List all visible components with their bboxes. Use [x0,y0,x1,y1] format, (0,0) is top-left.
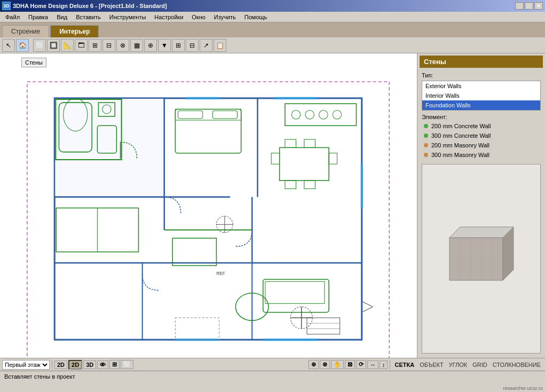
svg-line-53 [362,301,373,307]
tool-3[interactable]: 📐 [61,39,74,52]
main-layout: Стены [0,53,545,358]
view-3d-button[interactable]: 3D [83,360,96,369]
tool-wall[interactable]: 🏠 [16,39,29,52]
status-grid2[interactable]: GRID [470,362,489,368]
titlebar-left: 3D 3DHA Home Design Deluxe 6 - [Project1… [2,2,167,10]
tool-8[interactable]: ▦ [130,39,143,52]
right-panel: Стены Тип: Exterior Walls Interior Walls… [417,53,545,358]
view-2d-button[interactable]: 2D [54,360,67,369]
status-grid[interactable]: СЕТКА [392,362,416,368]
svg-marker-59 [449,227,514,238]
menu-window[interactable]: Окно [187,13,210,21]
type-foundation[interactable]: Foundation Walls [422,100,540,110]
sep-2 [390,360,390,370]
view-render-button[interactable]: 👁 [97,360,108,369]
minimize-button[interactable]: _ [515,2,524,10]
tool-select[interactable]: ↖ [2,39,15,52]
element-label-300-masonry: 300 mm Masonry Wall [431,152,489,158]
floor-select[interactable]: Первый этаж [2,360,50,370]
canvas-area[interactable]: Стены [0,53,417,358]
svg-line-54 [362,307,373,312]
element-dot-1 [424,124,428,128]
nav-4[interactable]: ⊠ [345,360,355,369]
watermark: researcher.ucoz.ru [503,386,543,391]
tool-2[interactable]: 🔲 [47,39,60,52]
tool-11[interactable]: ⊞ [172,39,185,52]
nav-1[interactable]: ⊕ [309,360,319,369]
nav-2[interactable]: ⊗ [320,360,330,369]
element-300-concrete[interactable]: 300 mm Concrete Wall [422,131,541,140]
nav-7[interactable]: ↕ [380,360,388,369]
menu-tools[interactable]: Инструменты [105,13,151,21]
tool-4[interactable]: 🗔 [75,39,88,52]
svg-text:REF: REF [216,271,225,276]
tool-14[interactable]: 📋 [214,39,226,52]
status-collision[interactable]: СТОЛКНОВЕНИЕ [491,362,543,368]
type-exterior[interactable]: Exterior Walls [422,81,540,91]
tab-stroenie[interactable]: Строение [2,25,49,37]
status-angle[interactable]: УГЛОК [447,362,470,368]
tool-13[interactable]: ↗ [200,39,212,52]
nav-6[interactable]: ↔ [367,360,378,369]
menu-settings[interactable]: Настройки [150,13,187,21]
element-dot-4 [424,153,428,157]
menubar: Файл Правка Вид Вставить Инструменты Нас… [0,12,545,22]
tool-9[interactable]: ⊕ [144,39,157,52]
menu-file[interactable]: Файл [1,13,24,21]
titlebar-controls[interactable]: _ □ ✕ [515,2,543,10]
menu-edit[interactable]: Правка [24,13,52,21]
view-2d-alt-button[interactable]: 2D [68,360,82,370]
tab-interer[interactable]: Интерьер [50,25,99,37]
titlebar: 3D 3DHA Home Design Deluxe 6 - [Project1… [0,0,545,12]
menu-help[interactable]: Помощь [240,13,272,21]
tabbar: Строение Интерьер [0,22,545,37]
element-200-masonry[interactable]: 200 mm Masonry Wall [422,140,541,150]
tool-7[interactable]: ⊗ [116,39,129,52]
statusbar: Первый этаж 2D 2D 3D 👁 ⊞ ⬜ ⊕ ⊗ ✋ ⊠ ⟳ ↔ ↕… [0,358,545,371]
tool-12[interactable]: ⊟ [186,39,199,52]
element-list: 200 mm Concrete Wall 300 mm Concrete Wal… [422,121,541,160]
nav-5[interactable]: ⟳ [356,360,366,369]
floor-plan: REF [11,64,406,358]
element-300-masonry[interactable]: 300 mm Masonry Wall [422,150,541,160]
nav-3[interactable]: ✋ [331,360,344,369]
app-icon: 3D [2,2,11,10]
menu-learn[interactable]: Изучить [210,13,240,21]
close-button[interactable]: ✕ [534,2,543,10]
sep-1 [52,360,52,370]
window-title: 3DHA Home Design Deluxe 6 - [Project1.bl… [13,3,167,9]
type-list: Exterior Walls Interior Walls Foundation… [422,81,541,111]
maximize-button[interactable]: □ [525,2,533,10]
tool-5[interactable]: ⊞ [89,39,101,52]
panel-title: Стены [420,56,543,68]
menu-insert[interactable]: Вставить [72,13,105,21]
info-text: Вставляет стены в проект [4,373,75,380]
element-label-200-concrete: 200 mm Concrete Wall [431,123,491,129]
element-dot-3 [424,143,428,147]
element-label-300-concrete: 300 mm Concrete Wall [431,132,491,139]
element-label-200-masonry: 200 mm Masonry Wall [431,142,489,148]
view-solid-button[interactable]: ⬜ [121,360,133,369]
toolbar: ↖ 🏠 ⬜ 🔲 📐 🗔 ⊞ ⊟ ⊗ ▦ ⊕ ▼ ⊞ ⊟ ↗ 📋 [0,37,545,53]
tool-10[interactable]: ▼ [158,39,171,52]
menu-view[interactable]: Вид [52,13,72,21]
wall-preview-svg [439,222,524,296]
element-200-concrete[interactable]: 200 mm Concrete Wall [422,121,541,131]
status-object[interactable]: ОБЪЕКТ [417,362,446,368]
view-wire-button[interactable]: ⊞ [109,360,120,369]
infobar: Вставляет стены в проект researcher.ucoz… [0,371,545,381]
element-dot-2 [424,134,428,138]
svg-rect-2 [54,98,164,197]
type-label: Тип: [417,70,545,81]
tool-1[interactable]: ⬜ [33,39,46,52]
preview-area [422,164,541,354]
element-label: Элемент: [417,111,545,121]
type-interior[interactable]: Interior Walls [422,91,540,100]
tool-6[interactable]: ⊟ [102,39,115,52]
